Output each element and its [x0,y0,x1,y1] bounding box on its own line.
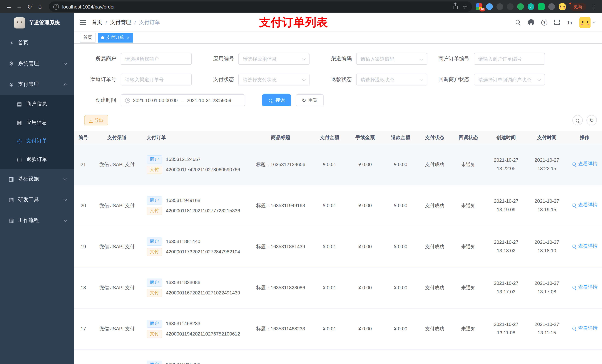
sidebar-item-app-info[interactable]: ▦ 应用信息 [0,113,74,132]
app-logo[interactable]: 芋道管理系统 [0,13,74,32]
github-icon[interactable] [528,19,534,26]
pay-channel-cell: 微信 JSAPI 支付 [93,308,141,349]
pay-status-cell: 支付成功 [418,144,451,185]
table-body: 21 微信 JSAPI 支付 商户 1635312124657 支付 42000… [74,144,602,364]
fullscreen-icon[interactable] [554,20,560,25]
breadcrumb-home[interactable]: 首页 [92,19,102,26]
merchant-order-no-input-wrap[interactable] [474,53,545,65]
home-button[interactable]: ⌂ [35,1,45,12]
merchant-tag: 商户 [147,237,162,245]
extension-icon[interactable] [496,3,503,10]
pay-time-cell [527,349,567,364]
pay-status-select[interactable] [238,74,310,85]
order-id-cell [74,349,93,364]
pay-amount-cell: ¥ 0.01 [312,144,347,185]
update-button[interactable]: 更新 [570,3,586,10]
channel-code-select[interactable] [356,53,427,65]
pay-time-cell: 2021-10-27 13:18:10 [527,226,567,267]
filter-label: 创建时间 [82,97,121,104]
notify-status-input[interactable] [478,77,534,82]
sidebar-item-refund-order[interactable]: ▢ 退款订单 [0,150,74,169]
chevron-down-icon [420,57,423,61]
column-header: 支付金额 [312,131,347,144]
view-detail-link[interactable]: 查看详情 [572,161,598,167]
refresh-table-button[interactable]: ↻ [586,115,597,125]
refund-status-input[interactable] [361,77,417,82]
channel-order-no-input[interactable] [125,77,181,82]
sidebar-item-infrastructure[interactable]: ▥ 基础设施 [0,169,74,189]
filter-label: 回调商户状态 [435,76,474,83]
sidebar-item-merchant-info[interactable]: ▤ 商户信息 [0,95,74,113]
search-icon[interactable] [516,20,521,25]
product-title-cell: 标题：1635311881439 [249,226,312,267]
reload-button[interactable]: ↻ [24,1,35,12]
order-id-cell: 20 [74,185,93,226]
view-detail-link[interactable]: 查看详情 [572,243,598,250]
address-bar[interactable]: i localhost:1024/pay/order ☆ [49,1,472,12]
merchant-input[interactable] [125,56,181,62]
help-icon[interactable]: ? [541,20,547,25]
sidebar-item-home[interactable]: ◔ 首页 [0,32,74,53]
view-detail-link[interactable]: 查看详情 [572,202,598,208]
grid-icon: ▦ [16,119,22,125]
view-detail-link[interactable]: 查看详情 [572,325,598,332]
extension-icon[interactable] [517,3,524,10]
date-range-picker[interactable]: 2021-10-01 00:00:00 - 2021-10-31 23:59:5… [121,94,245,106]
extension-icon[interactable] [507,3,514,10]
extension-icon[interactable] [486,3,493,10]
browser-menu-button[interactable]: ⋮ [590,3,598,10]
gear-icon: ⚙ [8,60,14,67]
extension-icon[interactable] [538,3,545,10]
export-button[interactable]: ↓ 导出 [85,115,108,125]
share-icon[interactable] [453,6,457,9]
filter-create-time: 创建时间 2021-10-01 00:00:00 - 2021-10-31 23… [82,94,245,106]
notify-status-cell: 未通知 [451,308,486,349]
notify-status-select[interactable] [474,74,545,85]
view-detail-link[interactable]: 查看详情 [572,284,598,291]
toggle-search-button[interactable] [572,115,583,125]
chevron-down-icon [64,218,67,222]
user-menu[interactable] [580,17,595,28]
app-input[interactable] [243,56,299,62]
site-info-icon[interactable]: i [53,4,59,10]
search-icon [269,98,273,103]
column-header: 支付时间 [527,131,567,144]
merchant-order-no-input[interactable] [478,56,534,62]
tab-pay-order[interactable]: 支付订单 × [98,33,133,42]
bookmark-star-icon[interactable]: ☆ [462,4,468,10]
hamburger-button[interactable] [80,22,86,23]
pay-channel-cell: 微信 JSAPI 支付 [93,226,141,267]
sidebar-item-payment[interactable]: ¥ 支付管理 [0,74,74,95]
app-select[interactable] [238,53,310,65]
breadcrumb-payment[interactable]: 支付管理 [110,19,131,26]
sidebar-item-workflow[interactable]: ▨ 工作流程 [0,210,74,231]
sidebar-item-system[interactable]: ⚙ 系统管理 [0,53,74,74]
close-icon[interactable]: × [127,35,129,40]
extension-icon[interactable] [548,3,555,10]
profile-avatar[interactable] [559,3,566,10]
reset-button[interactable]: ↻ 重置 [296,94,323,106]
search-button[interactable]: 搜索 [262,94,291,106]
fee-amount-cell: ¥ 0.00 [347,226,383,267]
channel-code-input[interactable] [361,56,417,62]
order-id-cell: 18 [74,267,93,308]
action-cell: 查看详情 [567,226,602,267]
font-size-icon[interactable]: TT [567,20,572,25]
tab-home[interactable]: 首页 [80,33,96,42]
channel-order-no-input-wrap[interactable] [121,74,192,85]
merchant-select[interactable] [121,53,192,65]
chevron-down-icon [64,197,67,201]
forward-button[interactable]: → [14,1,24,12]
notify-status-cell: 未通知 [451,226,486,267]
sidebar-item-pay-order[interactable]: ◎ 支付订单 [0,132,74,150]
sidebar-item-devtools[interactable]: ▧ 研发工具 [0,189,74,210]
order-table: 编号 支付渠道 支付订单 商品标题 支付金额 手续金额 退款金额 支付状态 回调… [74,131,602,364]
refund-status-select[interactable] [356,74,427,85]
back-button[interactable]: ← [4,1,14,12]
extension-icon[interactable]: ✓ [527,3,534,10]
chevron-down-icon [420,77,423,81]
order-id-cell: 17 [74,308,93,349]
pay-status-input[interactable] [243,77,299,82]
chevron-down-icon [302,57,306,61]
extension-icon[interactable]: 10 [476,3,483,10]
